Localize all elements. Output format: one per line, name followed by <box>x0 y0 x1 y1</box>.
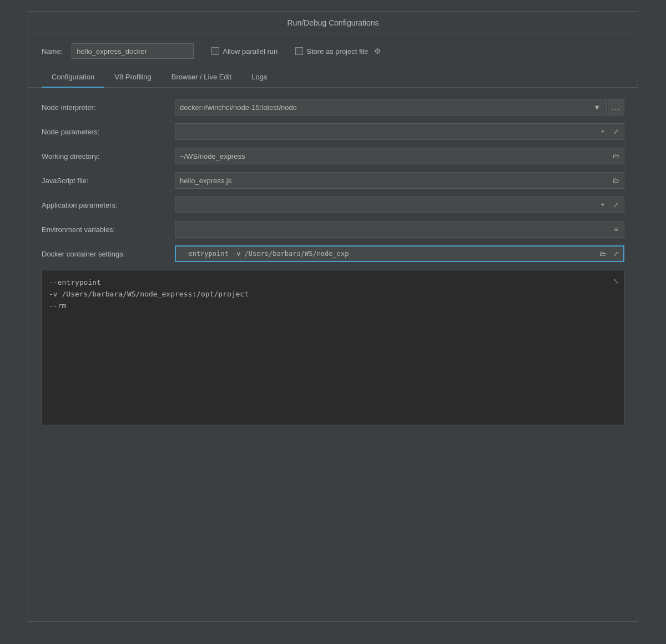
node-interpreter-label: Node interpreter: <box>42 103 175 112</box>
application-parameters-field: + ⤢ <box>175 197 624 213</box>
docker-expanded-text[interactable]: --entrypoint -v /Users/barbara/WS/node_e… <box>49 277 617 311</box>
name-input[interactable] <box>72 43 194 59</box>
tab-v8profiling[interactable]: V8 Profiling <box>104 67 161 88</box>
store-as-project-group: Store as project file ⚙ <box>295 47 381 56</box>
working-dir-browse-icon[interactable]: 🗁 <box>610 150 622 162</box>
docker-actions: 🗁 ⤢ <box>597 248 622 260</box>
tab-browser-live-edit[interactable]: Browser / Live Edit <box>162 67 241 88</box>
store-as-project-checkbox[interactable] <box>295 47 303 55</box>
store-as-project-label: Store as project file <box>306 47 368 56</box>
environment-variables-field: ≡ <box>175 221 624 238</box>
working-directory-label: Working directory: <box>42 152 175 160</box>
application-parameters-input[interactable] <box>175 197 624 213</box>
dropdown-arrow-icon: ▼ <box>593 103 601 112</box>
working-directory-field: 🗁 <box>175 148 624 164</box>
app-params-actions: + ⤢ <box>597 199 622 211</box>
env-vars-actions: ≡ <box>610 223 622 235</box>
app-params-add-icon[interactable]: + <box>597 199 609 211</box>
environment-variables-row: Environment variables: ≡ <box>42 221 624 238</box>
docker-container-field: --entrypoint -v /Users/barbara/WS/node_e… <box>175 245 624 262</box>
node-parameters-label: Node parameters: <box>42 128 175 136</box>
docker-container-row: Docker container settings: --entrypoint … <box>42 245 624 262</box>
dots-icon: ... <box>612 102 620 112</box>
docker-expanded-area: ⤡ --entrypoint -v /Users/barbara/WS/node… <box>42 270 624 425</box>
allow-parallel-group: Allow parallel run <box>211 47 278 56</box>
node-parameters-row: Node parameters: + ⤢ <box>42 123 624 140</box>
javascript-file-input[interactable] <box>175 172 624 189</box>
environment-variables-label: Environment variables: <box>42 225 175 234</box>
content-area: Node interpreter: docker://winchci/node-… <box>28 88 638 621</box>
run-debug-dialog: Run/Debug Configurations Name: Allow par… <box>28 11 638 622</box>
node-parameters-field: + ⤢ <box>175 123 624 140</box>
node-params-add-icon[interactable]: + <box>597 125 609 138</box>
gear-icon[interactable]: ⚙ <box>374 47 381 56</box>
docker-container-input[interactable]: --entrypoint -v /Users/barbara/WS/node_e… <box>175 245 624 262</box>
environment-variables-input[interactable] <box>175 221 624 238</box>
allow-parallel-checkbox[interactable] <box>211 47 219 55</box>
tab-logs[interactable]: Logs <box>241 67 277 88</box>
node-interpreter-field: docker://winchci/node-15:latest/node ▼ .… <box>175 99 624 115</box>
docker-expand-icon[interactable]: ⤢ <box>610 248 622 260</box>
javascript-file-row: JavaScript file: 🗁 <box>42 172 624 189</box>
node-params-expand-icon[interactable]: ⤢ <box>610 125 622 138</box>
docker-container-label: Docker container settings: <box>42 250 175 258</box>
application-parameters-row: Application parameters: + ⤢ <box>42 197 624 213</box>
name-label: Name: <box>42 47 63 56</box>
header-row: Name: Allow parallel run Store as projec… <box>28 33 638 67</box>
node-parameters-input[interactable] <box>175 123 624 140</box>
tab-configuration[interactable]: Configuration <box>42 67 104 88</box>
node-interpreter-browse-btn[interactable]: ... <box>608 99 624 115</box>
working-directory-input[interactable] <box>175 148 624 164</box>
allow-parallel-label: Allow parallel run <box>223 47 278 56</box>
javascript-file-label: JavaScript file: <box>42 177 175 185</box>
javascript-file-field: 🗁 <box>175 172 624 189</box>
dialog-title: Run/Debug Configurations <box>28 12 638 33</box>
working-directory-row: Working directory: 🗁 <box>42 148 624 164</box>
tabs-bar: Configuration V8 Profiling Browser / Liv… <box>28 67 638 88</box>
js-file-browse-icon[interactable]: 🗁 <box>610 174 622 187</box>
docker-settings-text: --entrypoint -v /Users/barbara/WS/node_e… <box>180 250 619 258</box>
js-file-actions: 🗁 <box>610 174 622 187</box>
node-parameters-actions: + ⤢ <box>597 125 622 138</box>
app-params-expand-icon[interactable]: ⤢ <box>610 199 622 211</box>
node-interpreter-dropdown[interactable]: docker://winchci/node-15:latest/node ▼ <box>175 99 607 115</box>
docker-browse-icon[interactable]: 🗁 <box>597 248 609 260</box>
node-interpreter-row: Node interpreter: docker://winchci/node-… <box>42 99 624 115</box>
application-parameters-label: Application parameters: <box>42 201 175 209</box>
working-dir-actions: 🗁 <box>610 150 622 162</box>
collapse-icon[interactable]: ⤡ <box>613 275 619 287</box>
env-vars-edit-icon[interactable]: ≡ <box>610 223 622 235</box>
